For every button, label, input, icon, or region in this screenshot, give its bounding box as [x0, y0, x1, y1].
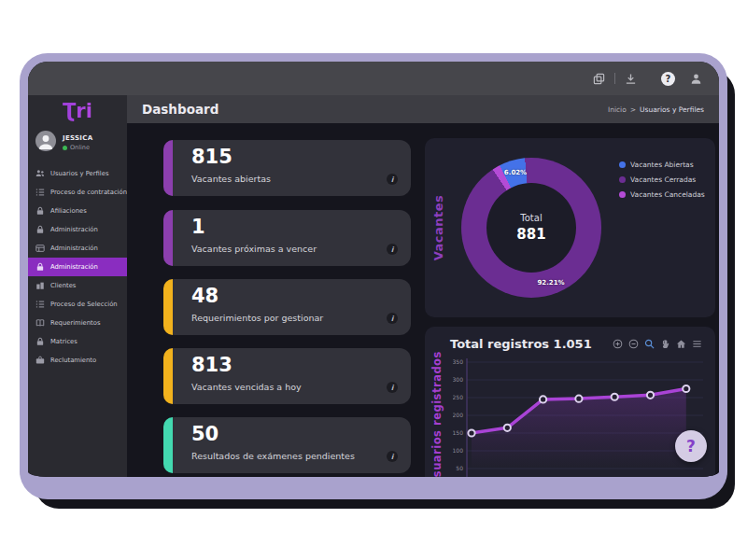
card-value: 48 [191, 285, 218, 307]
donut-center: Total 881 [486, 183, 576, 273]
info-icon[interactable]: i [387, 174, 398, 185]
stat-card-3[interactable]: 813Vacantes vencidas a hoyi [163, 348, 411, 404]
svg-text:350: 350 [453, 358, 463, 365]
svg-text:150: 150 [453, 429, 463, 436]
zoom-in-icon[interactable] [613, 339, 623, 349]
dashboard-content: 815Vacantes abiertasi1Vacantes próximas … [127, 123, 719, 477]
sidebar-item-2[interactable]: Afiliaciones [28, 202, 127, 220]
lock-icon [35, 337, 45, 346]
line-ylabel: usuarios registrados [430, 351, 444, 477]
list-icon [35, 188, 45, 197]
stat-card-1[interactable]: 1Vacantes próximas a venceri [163, 210, 411, 266]
registros-line-chart[interactable]: 35030025020015010050 [453, 357, 714, 477]
zoom-out-icon[interactable] [628, 339, 639, 349]
card-label: Vacantes abiertas [191, 174, 271, 184]
vacantes-panel: Vacantes 6.02% 92.21% Total 881 Vacantes… [425, 138, 715, 317]
sidebar-item-label: Clientes [50, 282, 76, 289]
info-icon[interactable]: i [387, 451, 398, 462]
legend-label: Vacantes Abiertas [630, 161, 694, 169]
donut-total-value: 881 [516, 226, 545, 243]
card-accent-bar [163, 140, 173, 196]
breadcrumb-separator: > [630, 105, 636, 114]
download-icon[interactable] [625, 73, 637, 85]
legend-label: Vacantes Canceladas [630, 190, 705, 199]
card-label: Vacantes vencidas a hoy [191, 382, 302, 392]
card-accent-bar [163, 348, 173, 404]
search-icon[interactable] [644, 339, 655, 349]
user-icon[interactable] [690, 73, 702, 85]
help-icon[interactable]: ? [661, 72, 675, 86]
card-value: 813 [191, 354, 233, 376]
home-icon[interactable] [676, 339, 686, 349]
sidebar-item-5[interactable]: Administración [28, 258, 127, 276]
sidebar-item-1[interactable]: Proceso de contratación [28, 183, 127, 202]
vacantes-donut-chart[interactable]: 6.02% 92.21% Total 881 [461, 158, 601, 298]
sidebar-nav: Usuarios y PerfilesProceso de contrataci… [28, 164, 127, 370]
breadcrumb-home[interactable]: Inicio [608, 105, 627, 114]
avatar [35, 131, 56, 155]
info-icon[interactable]: i [387, 313, 398, 324]
menu-icon[interactable] [692, 339, 702, 349]
legend-dot-icon [619, 191, 626, 198]
sidebar-item-7[interactable]: Proceso de Selección [28, 295, 127, 314]
card-value: 50 [191, 423, 218, 445]
user-name: JESSICA [63, 134, 92, 142]
table-icon [35, 244, 45, 253]
book-icon [35, 318, 45, 328]
lock-icon [35, 262, 45, 272]
users-icon [35, 169, 45, 178]
stat-card-2[interactable]: 48Requerimientos por gestionari [163, 279, 411, 335]
sidebar-item-4[interactable]: Administración [28, 239, 127, 258]
sidebar-item-label: Matrices [50, 338, 78, 345]
user-block: JESSICA Online [28, 125, 127, 161]
line-chart-title: Total registros 1.051 [450, 337, 592, 351]
user-status: Online [63, 144, 92, 151]
card-value: 1 [191, 216, 205, 238]
chart-toolbar [613, 339, 702, 349]
sidebar-item-label: Administración [50, 245, 98, 252]
copy-icon[interactable] [593, 73, 605, 85]
info-icon[interactable]: i [387, 382, 398, 393]
pan-icon[interactable] [660, 339, 670, 349]
card-accent-bar [163, 417, 173, 473]
info-icon[interactable]: i [387, 244, 398, 255]
list-icon [35, 300, 45, 309]
online-dot-icon [63, 146, 67, 150]
card-label: Requerimientos por gestionar [191, 313, 323, 323]
breadcrumb-current[interactable]: Usuarios y Perfiles [640, 105, 704, 114]
legend-item-0[interactable]: Vacantes Abiertas [619, 161, 705, 169]
sidebar-item-label: Requerimientos [50, 319, 100, 327]
sidebar-item-9[interactable]: Matrices [28, 332, 127, 351]
sidebar-item-6[interactable]: Clientes [28, 276, 127, 295]
help-fab[interactable]: ? [675, 430, 707, 462]
stat-card-0[interactable]: 815Vacantes abiertasi [163, 140, 411, 196]
card-accent-bar [163, 279, 173, 335]
sidebar: Ʈri JESSICA Online Usuarios y PerfilesPr… [28, 95, 127, 477]
svg-text:100: 100 [453, 447, 463, 454]
sidebar-item-label: Afiliaciones [50, 207, 87, 215]
slice-label-abiertas: 6.02% [504, 169, 527, 176]
stat-card-4[interactable]: 50Resultados de exámenes pendientesi [163, 417, 411, 473]
lock-icon [35, 225, 45, 234]
legend-item-1[interactable]: Vacantes Cerradas [619, 175, 705, 184]
donut-legend: Vacantes AbiertasVacantes CerradasVacant… [619, 161, 705, 199]
sidebar-item-label: Administración [50, 263, 98, 271]
sidebar-item-label: Usuarios y Perfiles [50, 170, 108, 177]
svg-text:250: 250 [453, 394, 463, 400]
window-topbar: ? [28, 62, 719, 95]
svg-text:200: 200 [453, 412, 463, 418]
sidebar-item-3[interactable]: Administración [28, 220, 127, 239]
sidebar-item-0[interactable]: Usuarios y Perfiles [28, 164, 127, 183]
sidebar-item-8[interactable]: Requerimientos [28, 314, 127, 332]
legend-label: Vacantes Cerradas [630, 175, 696, 184]
svg-text:300: 300 [453, 376, 463, 383]
page-title: Dashboard [142, 102, 218, 117]
svg-text:50: 50 [456, 465, 463, 471]
lock-icon [35, 206, 45, 216]
card-value: 815 [191, 146, 233, 168]
sidebar-item-label: Administración [50, 226, 98, 233]
card-label: Vacantes próximas a vencer [191, 244, 317, 254]
legend-item-2[interactable]: Vacantes Canceladas [619, 190, 705, 199]
sidebar-item-10[interactable]: Reclutamiento [28, 351, 127, 370]
donut-total-label: Total [520, 213, 542, 223]
